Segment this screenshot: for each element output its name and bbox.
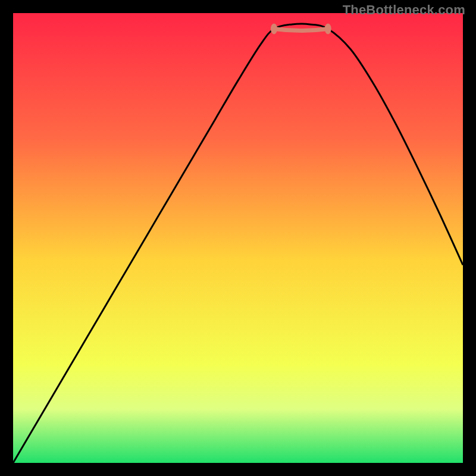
optimum-start-dot: [271, 23, 277, 34]
optimum-range-line: [274, 29, 328, 30]
chart-svg: [13, 13, 463, 463]
watermark: TheBottleneck.com: [343, 2, 465, 18]
bottleneck-chart: [13, 13, 463, 463]
optimum-end-dot: [325, 23, 331, 34]
